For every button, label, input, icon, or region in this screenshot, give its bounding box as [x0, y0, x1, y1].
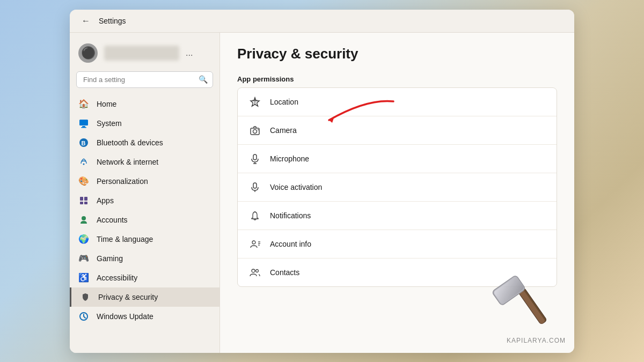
home-icon: 🏠 — [78, 99, 89, 109]
svg-rect-6 — [80, 197, 83, 201]
svg-point-13 — [253, 129, 257, 133]
watermark: KAPILARYA.COM — [507, 337, 566, 344]
accessibility-icon: ♿ — [78, 272, 89, 283]
sidebar-item-system[interactable]: System — [70, 114, 219, 133]
title-bar: ← Settings — [70, 10, 574, 33]
sidebar-item-label: Accounts — [97, 216, 128, 224]
permission-label: Microphone — [270, 154, 309, 163]
svg-rect-19 — [253, 183, 257, 188]
account-info-icon — [248, 238, 261, 250]
svg-point-25 — [252, 269, 255, 272]
svg-rect-28 — [519, 290, 545, 324]
user-name-blurred — [104, 46, 179, 61]
permission-label: Voice activation — [270, 183, 322, 191]
sidebar-item-personalization[interactable]: 🎨 Personalization — [70, 172, 219, 191]
sidebar-item-label: Privacy & security — [98, 293, 158, 301]
sidebar-item-label: Personalization — [97, 177, 148, 186]
network-icon — [78, 157, 89, 167]
contacts-icon — [248, 266, 261, 279]
search-icon: 🔍 — [199, 75, 208, 84]
sidebar-item-label: Accessibility — [97, 274, 137, 282]
permission-label: Contacts — [270, 268, 299, 277]
settings-window: ← Settings ⚫ ... 🔍 🏠 Home — [70, 10, 574, 353]
search-box: 🔍 — [76, 71, 213, 88]
microphone-icon — [248, 152, 261, 165]
camera-icon — [248, 124, 261, 137]
user-dots: ... — [186, 48, 193, 58]
svg-marker-15 — [329, 116, 334, 123]
nav-list: 🏠 Home System — [70, 94, 219, 326]
svg-rect-9 — [84, 202, 87, 204]
sidebar-item-label: Apps — [97, 196, 114, 205]
permission-label: Camera — [270, 126, 297, 135]
update-icon — [78, 311, 89, 322]
permission-item-account[interactable]: Account info — [238, 230, 557, 258]
svg-rect-8 — [80, 202, 83, 204]
svg-rect-7 — [84, 197, 87, 201]
sidebar-item-home[interactable]: 🏠 Home — [70, 94, 219, 114]
sidebar-item-label: Home — [97, 100, 116, 108]
search-input[interactable] — [76, 71, 213, 88]
back-button[interactable]: ← — [78, 15, 93, 27]
sidebar-item-accessibility[interactable]: ♿ Accessibility — [70, 268, 219, 287]
svg-point-14 — [258, 129, 259, 130]
sidebar: ⚫ ... 🔍 🏠 Home — [70, 33, 220, 353]
sidebar-item-bluetooth[interactable]: B Bluetooth & devices — [70, 133, 219, 152]
permission-label: Notifications — [270, 211, 311, 220]
permission-item-notifications[interactable]: Notifications — [238, 202, 557, 230]
svg-rect-27 — [518, 287, 547, 324]
location-icon — [248, 95, 261, 108]
sidebar-item-update[interactable]: Windows Update — [70, 307, 219, 326]
avatar: ⚫ — [78, 43, 98, 63]
permission-label: Account info — [270, 240, 311, 248]
svg-point-5 — [83, 163, 85, 165]
notifications-icon — [248, 209, 261, 222]
time-icon: 🌍 — [78, 234, 89, 245]
permission-item-contacts[interactable]: Contacts — [238, 258, 557, 286]
personalization-icon: 🎨 — [78, 176, 89, 187]
content-panel: Privacy & security App permissions Locat… — [220, 33, 574, 353]
sidebar-item-network[interactable]: Network & internet — [70, 152, 219, 172]
page-title: Privacy & security — [237, 46, 557, 62]
sidebar-item-gaming[interactable]: 🎮 Gaming — [70, 249, 219, 268]
window-title: Settings — [99, 17, 126, 25]
user-section: ⚫ ... — [70, 39, 219, 71]
sidebar-item-time[interactable]: 🌍 Time & language — [70, 230, 219, 249]
sidebar-item-label: Time & language — [97, 235, 153, 243]
svg-rect-1 — [82, 126, 85, 127]
permission-item-location[interactable]: Location — [238, 88, 557, 116]
sidebar-item-label: Windows Update — [97, 312, 153, 321]
gaming-icon: 🎮 — [78, 253, 89, 264]
section-label: App permissions — [237, 75, 557, 83]
permission-item-microphone[interactable]: Microphone — [238, 145, 557, 173]
svg-point-10 — [82, 216, 86, 220]
bluetooth-icon: B — [78, 137, 89, 148]
permission-item-voice[interactable]: Voice activation — [238, 173, 557, 202]
accounts-icon — [78, 215, 89, 225]
system-icon — [78, 118, 89, 129]
privacy-icon — [80, 292, 91, 302]
sidebar-item-label: Bluetooth & devices — [97, 138, 163, 147]
sidebar-item-accounts[interactable]: Accounts — [70, 210, 219, 230]
svg-rect-0 — [79, 120, 88, 125]
sidebar-item-apps[interactable]: Apps — [70, 191, 219, 210]
svg-point-26 — [256, 269, 259, 272]
sidebar-item-privacy[interactable]: Privacy & security — [70, 287, 219, 307]
sidebar-item-label: System — [97, 119, 122, 128]
svg-rect-2 — [81, 127, 86, 128]
permission-list: Location Camera — [237, 87, 557, 287]
apps-icon — [78, 195, 89, 206]
permission-label: Location — [270, 98, 298, 106]
svg-rect-16 — [253, 154, 257, 160]
svg-point-21 — [252, 241, 255, 244]
voice-icon — [248, 181, 261, 194]
avatar-icon: ⚫ — [81, 46, 96, 60]
sidebar-item-label: Gaming — [97, 254, 123, 263]
main-content: ⚫ ... 🔍 🏠 Home — [70, 33, 574, 353]
permission-item-camera[interactable]: Camera — [238, 116, 557, 145]
svg-text:B: B — [82, 139, 86, 146]
sidebar-item-label: Network & internet — [97, 158, 158, 166]
